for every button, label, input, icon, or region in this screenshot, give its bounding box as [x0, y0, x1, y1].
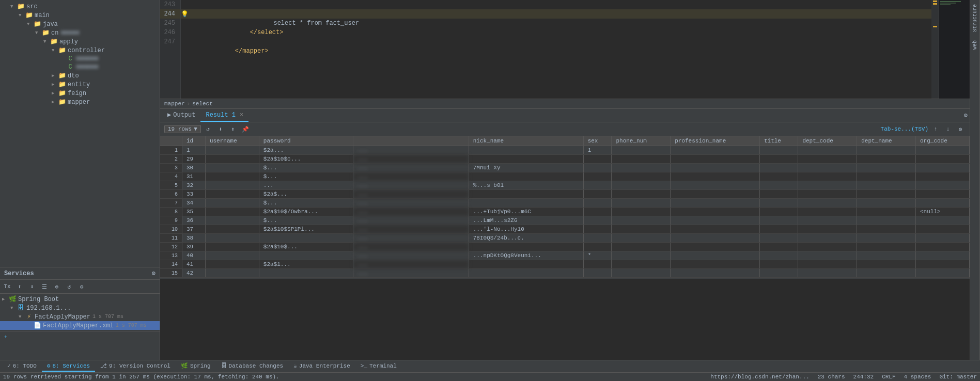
tree-item-apply[interactable]: ▼ 📁 apply [0, 37, 160, 46]
results-upload-btn[interactable]: ⬆ [228, 124, 238, 134]
services-settings-icon[interactable]: ⚙ [152, 269, 155, 277]
tree-arrow-entity: ▶ [52, 82, 58, 87]
bottom-tab-version-control[interactable]: ⎇ 9: Version Control [95, 361, 176, 372]
table-row[interactable]: 11$2a......1 [160, 146, 970, 155]
bottom-tab-services[interactable]: ⚙ 8: Services [42, 361, 95, 372]
table-row[interactable]: 633$2a$...... [160, 190, 970, 199]
services-add-btn[interactable]: ⊕ [52, 281, 62, 292]
tree-item-controller[interactable]: ▼ 📁 controller [0, 46, 160, 55]
table-row[interactable]: 1239$2a$10$...... [160, 243, 970, 251]
bottom-tab-todo-label: 6: TODO [13, 363, 37, 369]
terminal-icon: >_ [361, 363, 367, 369]
rows-count-label: 19 rows [168, 126, 192, 132]
table-row[interactable]: 1542... [160, 269, 970, 278]
col-header-username[interactable]: username [205, 136, 259, 146]
services-item-mapper-xml[interactable]: 📄 FactApplyMapper.xml 1 s 707 ms [0, 321, 160, 330]
tab-result1-close[interactable]: × [240, 112, 243, 119]
table-row[interactable]: 1138...78I0QS/24b...c. [160, 234, 970, 243]
table-row[interactable]: 532......%...s b01 [160, 181, 970, 190]
tree-label-feign: feign [68, 90, 86, 97]
gutter-mark-1 [933, 1, 937, 2]
tree-item-mapper[interactable]: ▶ 📁 mapper [0, 98, 160, 106]
table-row[interactable]: 1340......npDKtOQg8Veuni...* [160, 251, 970, 260]
col-header-nick-name[interactable]: nick_name [469, 136, 583, 146]
line-num-246: 246 [160, 28, 180, 37]
col-header-phone-num[interactable]: phone_num [612, 136, 671, 146]
code-editor-content[interactable]: 243 244 245 246 247 <select id="aa"> 💡 [160, 0, 970, 99]
col-header-idx [160, 136, 182, 146]
services-item-spring-boot[interactable]: ▶ 🌿 Spring Boot [0, 295, 160, 304]
results-refresh-btn[interactable]: ↺ [203, 124, 213, 134]
results-table-container[interactable]: id username password nick_name sex phone… [160, 136, 970, 279]
tree-item-dto[interactable]: ▶ 📁 dto [0, 71, 160, 80]
col-header-sex[interactable]: sex [583, 136, 612, 146]
tree-item-feign[interactable]: ▶ 📁 feign [0, 89, 160, 98]
side-tab-structure[interactable]: Structure [971, 0, 979, 36]
table-row[interactable]: 734$...... [160, 199, 970, 208]
col-header-org-code[interactable]: org_code [915, 136, 969, 146]
tree-item-cn[interactable]: ▼ 📁 cn ■■■■■ [0, 28, 160, 37]
services-list-btn[interactable]: ☰ [39, 281, 50, 292]
tree-item-src[interactable]: ▼ 📁 src [0, 2, 160, 11]
services-refresh-btn[interactable]: ↺ [64, 281, 74, 292]
table-row[interactable]: 1441$2a$1...... [160, 260, 970, 269]
bottom-tab-java-enterprise[interactable]: ☕ Java Enterprise [288, 361, 355, 372]
col-header-password[interactable]: password [259, 136, 353, 146]
bottom-tab-terminal[interactable]: >_ Terminal [355, 361, 402, 372]
services-item-mapper-conn[interactable]: ▼ ⚡ FactApplyMapper 1 s 707 ms [0, 312, 160, 321]
services-toolbar: Tx ⬆ ⬇ ☰ ⊕ ↺ ⚙ [0, 280, 160, 294]
tree-item-file2[interactable]: C ■■■■■■ [0, 63, 160, 71]
add-datasource-btn[interactable]: + [4, 335, 7, 340]
side-tab-web[interactable]: Web [971, 36, 979, 54]
java-icon-file2: C [66, 64, 74, 71]
services-filter-btn[interactable]: ⚙ [76, 281, 87, 292]
version-control-icon: ⎇ [100, 362, 107, 369]
bottom-tab-java-label: Java Enterprise [299, 363, 350, 369]
bottom-tab-db-changes[interactable]: 🗄 Database Changes [216, 361, 289, 372]
bottom-tab-spring[interactable]: 🌿 Spring [176, 361, 216, 372]
bottom-tab-todo[interactable]: ✓ 6: TODO [2, 361, 42, 372]
table-row[interactable]: 330$......7Mnui Xy [160, 164, 970, 172]
col-header-c4[interactable] [353, 136, 469, 146]
services-up-btn[interactable]: ⬆ [14, 281, 25, 292]
tree-item-entity[interactable]: ▶ 📁 entity [0, 80, 160, 89]
tab-result1[interactable]: Result 1 × [200, 109, 248, 122]
results-settings-btn[interactable]: ⚙ [964, 112, 968, 119]
col-header-title[interactable]: title [759, 136, 798, 146]
table-row[interactable]: 1037$2a$10$SP1Pl.........'l-No...Hy10 [160, 225, 970, 234]
tree-item-file1[interactable]: C ■■■■■■ [0, 55, 160, 63]
results-sort-asc-btn[interactable]: ↑ [930, 124, 941, 134]
tree-label-cn: cn [51, 29, 58, 37]
services-tx-btn[interactable]: Tx [2, 281, 12, 292]
status-indent: 4 spaces [904, 374, 931, 380]
tree-item-java[interactable]: ▼ 📁 java [0, 20, 160, 28]
results-format[interactable]: Tab-se...(TSV) [881, 126, 928, 132]
col-header-profession-name[interactable]: profession_name [671, 136, 760, 146]
rows-dropdown[interactable]: 19 rows ▼ [164, 125, 201, 133]
services-down-btn[interactable]: ⬇ [27, 281, 37, 292]
db-changes-icon: 🗄 [221, 362, 227, 369]
results-sort-desc-btn[interactable]: ↓ [943, 124, 953, 134]
code-line-246 [181, 28, 931, 37]
col-header-dept-name[interactable]: dept_name [857, 136, 916, 146]
col-header-id[interactable]: id [182, 136, 205, 146]
table-row[interactable]: 835$2a$10$/Owbra.........+TubjVp0...m6C<… [160, 208, 970, 216]
col-header-dept-code[interactable]: dept_code [798, 136, 857, 146]
tree-label-main: main [35, 12, 50, 19]
tree-item-main[interactable]: ▼ 📁 main [0, 11, 160, 20]
services-item-ip[interactable]: ▼ 🗄 192.168.1... [0, 304, 160, 312]
services-title: Services [4, 270, 34, 277]
results-more-btn[interactable]: ⚙ [955, 124, 966, 134]
minimap [939, 0, 970, 99]
table-row[interactable]: 936$.........LmM...s2ZG [160, 216, 970, 225]
status-message: 19 rows retrieved starting from 1 in 257… [3, 374, 279, 380]
tab-output[interactable]: ▶ Output [162, 109, 200, 122]
project-tree[interactable]: ▼ 📁 src ▼ 📁 main ▼ 📁 java ▼ 📁 cn [0, 0, 160, 267]
results-toolbar-left: 19 rows ▼ ↺ ⬇ ⬆ 📌 [164, 124, 251, 134]
results-download-btn[interactable]: ⬇ [215, 124, 226, 134]
table-row[interactable]: 229$2a$10$c...... [160, 155, 970, 164]
folder-icon-apply: 📁 [50, 38, 58, 45]
tree-label-controller: controller [68, 47, 105, 54]
table-row[interactable]: 431$...... [160, 172, 970, 181]
results-pin-btn[interactable]: 📌 [240, 124, 251, 134]
